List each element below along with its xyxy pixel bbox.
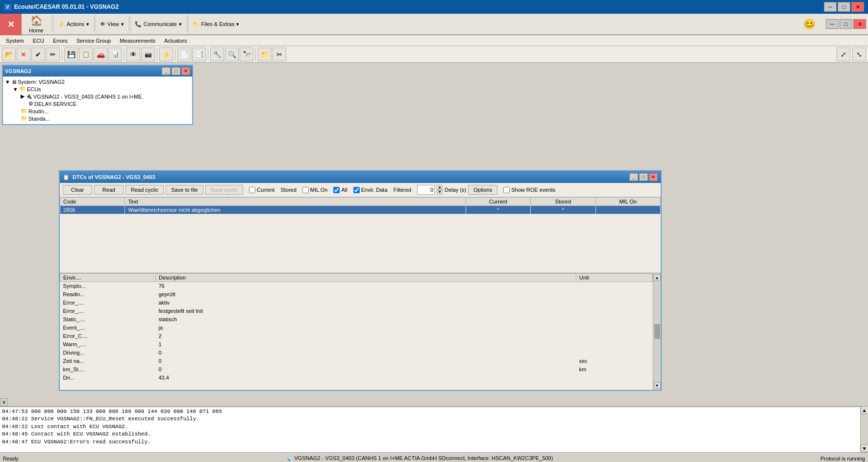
tb2-btn-open[interactable]: 📂	[2, 48, 16, 61]
env-table-row[interactable]: Error_C.... 2	[60, 332, 653, 340]
dtc-all-checkbox[interactable]	[333, 187, 340, 193]
env-table-row[interactable]: km_St.... 0 km	[60, 365, 653, 374]
log-line: 04:47:53 000 000 000 150 133 000 000 166…	[2, 408, 858, 415]
dtc-maximize-button[interactable]: □	[639, 173, 648, 181]
env-table-row[interactable]: Warm_.... 1	[60, 340, 653, 349]
ribbon-files-button[interactable]: 📁 Files & Extras ▾	[188, 14, 244, 34]
dtc-clear-button[interactable]: Clear	[63, 185, 92, 195]
close-button[interactable]: ✕	[851, 2, 864, 12]
env-table-row[interactable]: Readin... geprüft	[60, 290, 653, 299]
env-scrollbar[interactable]: ▲ ▼	[653, 273, 661, 390]
tb2-btn-save[interactable]: 💾	[64, 48, 78, 61]
ribbon-max-button[interactable]: □	[840, 19, 852, 29]
delay-spin-up[interactable]: ▲	[437, 185, 443, 190]
env-cell-unit	[576, 332, 653, 340]
env-table-row[interactable]: Event_.... ja	[60, 324, 653, 332]
tb2-btn-folder[interactable]: 📁	[258, 48, 272, 61]
panel-minimize-button[interactable]: _	[162, 67, 171, 75]
tb2-btn-camera[interactable]: 📷	[141, 48, 155, 61]
env-cell-envir: km_St....	[60, 365, 156, 374]
ribbon-sep-4	[187, 17, 187, 31]
dtc-close-button[interactable]: ✕	[649, 173, 658, 181]
tb2-btn-lightning[interactable]: ⚡	[159, 48, 173, 61]
tb2-btn-binoculars[interactable]: 🔭	[240, 48, 253, 61]
tb2-btn-expand[interactable]: ⤢	[837, 48, 850, 61]
tb2-btn-doc2[interactable]: 📑	[192, 48, 206, 61]
tree-node-ecu[interactable]: ▶ 🔌 VGSNAG2 - VGS3_0403 (CANHS 1 on I+ME…	[5, 93, 190, 100]
panel-close-button[interactable]: ✕	[181, 67, 190, 75]
tb2-btn-wrench[interactable]: 🔧	[210, 48, 224, 61]
right-scrollbar[interactable]: ▲ ▼	[860, 406, 868, 452]
tree-node-standards[interactable]: 📁 Standa...	[5, 115, 190, 122]
dtc-options-button[interactable]: Options	[468, 185, 497, 195]
env-scroll-up[interactable]: ▲	[654, 274, 661, 281]
ribbon-close-button[interactable]: ✕	[0, 14, 22, 35]
dtc-current-checkbox[interactable]	[249, 187, 255, 193]
env-table-row[interactable]: Zeit na... 0 sec	[60, 357, 653, 365]
menu-system[interactable]: System	[2, 37, 28, 45]
tb2-btn-check[interactable]: ✔	[31, 48, 45, 61]
menu-measurements[interactable]: Measurements	[116, 37, 159, 45]
dtc-envir-checkbox[interactable]	[353, 187, 360, 193]
env-table-row[interactable]: Error_.... aktiv	[60, 299, 653, 307]
dtc-title-bar: 📋 DTCs of VGSNAG2 - VGS3_0403 _ □ ✕	[60, 171, 661, 183]
ribbon-close-x-button[interactable]: ✕	[853, 19, 866, 29]
tb2-btn-search[interactable]: 🔍	[225, 48, 239, 61]
files-icon: 📁	[193, 21, 199, 27]
menu-errors[interactable]: Errors	[49, 37, 72, 45]
log-close-button[interactable]: ✕	[0, 398, 8, 406]
tb2-btn-scissors[interactable]: ✂	[273, 48, 286, 61]
env-table-row[interactable]: Error_.... festgestellt seit Init	[60, 307, 653, 315]
env-scroll-down[interactable]: ▼	[654, 382, 661, 389]
tree-node-system[interactable]: ▼ 🖥 System: VGSNAG2	[5, 78, 190, 85]
env-table-container[interactable]: Envir.... Description Unit Sympto... 76 …	[60, 273, 653, 390]
dtc-show-roe-checkbox[interactable]	[503, 187, 510, 193]
dtc-delay-input[interactable]	[417, 185, 435, 195]
tree-node-routines[interactable]: 📁 Routin...	[5, 107, 190, 115]
panel-maximize-button[interactable]: □	[172, 67, 180, 75]
tree-node-delay-service[interactable]: ⚙ DELAY-SERVICE	[5, 100, 190, 107]
dtc-mil-checkbox[interactable]	[302, 187, 309, 193]
ribbon-min-button[interactable]: ─	[826, 19, 839, 29]
dtc-save-to-file-button[interactable]: Save to file	[166, 185, 203, 195]
menu-ecu[interactable]: ECU	[29, 37, 48, 45]
tb2-btn-clipboard[interactable]: 📋	[79, 48, 93, 61]
delay-spin-down[interactable]: ▼	[437, 190, 443, 195]
tb2-btn-doc1[interactable]: 📄	[177, 48, 191, 61]
ribbon-smiley-button[interactable]: 😊	[794, 14, 824, 34]
env-table-row[interactable]: Static_.... statisch	[60, 315, 653, 324]
tb2-btn-car[interactable]: 🚗	[94, 48, 107, 61]
tb2-btn-eye[interactable]: 👁	[126, 48, 140, 61]
tb2-btn-graph[interactable]: 📊	[108, 48, 122, 61]
env-table-row[interactable]: Driving... 0	[60, 349, 653, 357]
ribbon-view-button[interactable]: 👁 View ▾	[96, 14, 128, 34]
maximize-button[interactable]: □	[838, 2, 850, 12]
dtc-table-row[interactable]: 2806 Waehlbereichsensor nicht abgegliche…	[60, 206, 661, 214]
menu-actuators[interactable]: Actuators	[160, 37, 191, 45]
ribbon-actions-button[interactable]: ⚡ Actions ▾	[53, 14, 93, 34]
env-cell-envir: Zeit na...	[60, 357, 156, 365]
env-table-row[interactable]: Dri... 43.4	[60, 374, 653, 382]
dtc-read-button[interactable]: Read	[94, 185, 124, 195]
tb2-btn-close[interactable]: ✕	[17, 48, 30, 61]
dtc-cell-stored: *	[531, 206, 595, 214]
ribbon-home-button[interactable]: 🏠 Home	[22, 14, 51, 34]
dtc-minimize-button[interactable]: _	[629, 173, 638, 181]
tb2-btn-edit[interactable]: ✏	[46, 48, 60, 61]
ribbon-communicate-button[interactable]: 📞 Communicate ▾	[130, 14, 186, 34]
dtc-save-cyclic-button[interactable]: Save cyclic	[205, 185, 243, 195]
dtc-table-container[interactable]: Code Text Current Stored MIL On 2806 Wae…	[60, 197, 661, 273]
minimize-button[interactable]: ─	[824, 2, 837, 12]
env-scroll-thumb[interactable]	[654, 324, 660, 339]
env-table-row[interactable]: Sympto... 76	[60, 282, 653, 290]
scroll-up-arrow[interactable]: ▲	[861, 406, 868, 414]
env-cell-desc: aktiv	[156, 299, 576, 307]
dtc-read-cyclic-button[interactable]: Read cyclic	[125, 185, 164, 195]
tree-node-ecus[interactable]: ▼ 📁 ECUs	[5, 85, 190, 93]
ribbon-sep-3	[129, 17, 129, 31]
scroll-down-arrow[interactable]: ▼	[861, 444, 868, 452]
communicate-icon: 📞	[135, 21, 142, 27]
folder-icon: 📁	[19, 86, 26, 92]
menu-service-group[interactable]: Service Group	[73, 37, 115, 45]
tb2-btn-collapse[interactable]: ⤡	[852, 48, 866, 61]
